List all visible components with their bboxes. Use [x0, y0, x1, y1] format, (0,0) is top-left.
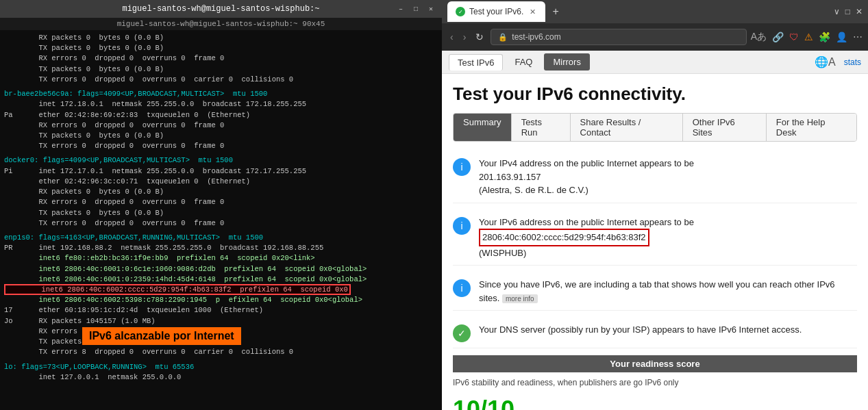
refresh-button[interactable]: ↻ [473, 30, 486, 44]
ipv6-card-text: Your IPv6 address on the public Internet… [479, 216, 694, 260]
website-content: Test IPv6 FAQ Mirrors 🌐A stats Test your… [442, 51, 868, 410]
more-info-badge[interactable]: more info [502, 294, 538, 303]
readiness-header: Your readiness score [453, 355, 857, 372]
ipv6-tab-info-card: i Since you have IPv6, we are including … [453, 272, 857, 311]
browser-toolbar-icons: Aあ 🔗 🛡 ⚠ 🧩 👤 ⋯ [751, 31, 863, 43]
back-button[interactable]: ‹ [447, 30, 456, 44]
ipv4-isp: (Alestra, S. de R.L. de C.V.) [479, 185, 588, 195]
ipv6-card: i Your IPv6 address on the public Intern… [453, 210, 857, 266]
sub-tab-tests-run[interactable]: Tests Run [512, 114, 571, 141]
readiness-score: 10/10 [453, 393, 857, 410]
readiness-body-text: IPv6 stability and readiness, when publi… [453, 372, 857, 393]
browser-addressbar: ‹ › ↻ 🔒 test-ipv6.com Aあ 🔗 🛡 ⚠ 🧩 👤 ⋯ [442, 23, 868, 51]
ipv6-address: 2806:40c:6002:cccc:5d29:954f:4b63:83f2 [479, 229, 649, 246]
ipv6-isp: (WISPHUB) [479, 248, 526, 258]
translate-page-icon[interactable]: 🌐A [815, 55, 836, 68]
info-icon-ipv6: i [453, 217, 471, 235]
site-nav: Test IPv6 FAQ Mirrors 🌐A stats [442, 51, 868, 74]
sub-tab-other-ipv6-sites[interactable]: Other IPv6 Sites [683, 114, 767, 141]
forward-button[interactable]: › [460, 30, 469, 44]
ipv6-label: Your IPv6 address on the public Internet… [479, 217, 694, 227]
url-text: test-ipv6.com [512, 32, 560, 42]
browser-minimize-button[interactable]: ∨ [834, 7, 840, 16]
ipv4-card: i Your IPv4 address on the public Intern… [453, 151, 857, 203]
site-nav-tab-test-ipv6[interactable]: Test IPv6 [449, 54, 503, 71]
terminal-maximize-button[interactable]: □ [410, 3, 421, 14]
ipv6-label: IPv6 alcanzable por Internet [82, 327, 241, 345]
dns-text: Your DNS server (possibly run by your IS… [479, 324, 802, 335]
ipv4-label: Your IPv4 address on the public Internet… [479, 158, 694, 168]
info-icon-tab: i [453, 279, 471, 297]
browser-titlebar: ✓ Test your IPv6. ✕ + ∨ □ ✕ [442, 0, 868, 23]
terminal-titlebar: miguel-santos-wh@miguel-santos-wisphub:~… [0, 0, 442, 18]
terminal-content: RX packets 0 bytes 0 (0.0 B) TX packets … [0, 30, 442, 410]
lock-icon: 🔒 [498, 33, 508, 42]
browser-close-button[interactable]: ✕ [856, 7, 863, 16]
terminal-subtitle: miguel-santos-wh@miguel-santos-wisphub:~… [0, 18, 442, 30]
sub-tab-share-results[interactable]: Share Results / Contact [571, 114, 683, 141]
terminal-minimize-button[interactable]: – [395, 3, 406, 14]
extensions-icon[interactable]: 🧩 [819, 31, 830, 42]
browser-panel: ✓ Test your IPv6. ✕ + ∨ □ ✕ ‹ › ↻ 🔒 test… [442, 0, 868, 410]
terminal-close-button[interactable]: ✕ [425, 3, 436, 14]
settings-icon[interactable]: ⋯ [853, 31, 863, 42]
browser-maximize-button[interactable]: □ [845, 7, 850, 16]
info-icon-ipv4: i [453, 158, 471, 176]
sub-tab-help-desk[interactable]: For the Help Desk [767, 114, 856, 141]
site-nav-tab-faq[interactable]: FAQ [506, 53, 541, 71]
profile-icon[interactable]: 👤 [836, 31, 847, 42]
dns-card-text: Your DNS server (possibly run by your IS… [479, 323, 802, 337]
browser-tab-active[interactable]: ✓ Test your IPv6. ✕ [447, 1, 545, 22]
info-cards: i Your IPv4 address on the public Intern… [453, 151, 857, 348]
warning-icon[interactable]: ⚠ [804, 31, 813, 42]
sub-tab-summary[interactable]: Summary [454, 114, 512, 141]
browser-tab-title: Test your IPv6. [469, 7, 523, 16]
sub-tabs: Summary Tests Run Share Results / Contac… [453, 113, 857, 142]
browser-window-controls: ∨ □ ✕ [834, 7, 863, 16]
terminal-controls: – □ ✕ [395, 3, 436, 14]
dns-card: ✓ Your DNS server (possibly run by your … [453, 318, 857, 348]
new-tab-button[interactable]: + [549, 3, 561, 21]
ipv4-address: 201.163.91.157 [479, 172, 541, 182]
ipv4-card-text: Your IPv4 address on the public Internet… [479, 157, 694, 197]
terminal-title: miguel-santos-wh@miguel-santos-wisphub:~ [122, 4, 319, 14]
info-icon-dns: ✓ [453, 324, 471, 342]
address-bar[interactable]: 🔒 test-ipv6.com [491, 29, 746, 45]
site-main-content: Test your IPv6 connectivity. Summary Tes… [442, 74, 868, 410]
page-title: Test your IPv6 connectivity. [453, 84, 857, 105]
translate-icon[interactable]: Aあ [751, 31, 767, 43]
tab-favicon: ✓ [456, 7, 465, 16]
terminal-panel: miguel-santos-wh@miguel-santos-wisphub:~… [0, 0, 442, 410]
ipv6-tab-info-text: Since you have IPv6, we are including a … [479, 278, 857, 305]
stats-link[interactable]: stats [844, 57, 861, 67]
readiness-section: Your readiness score IPv6 stability and … [453, 355, 857, 410]
tab-close-button[interactable]: ✕ [528, 7, 537, 16]
shield-icon[interactable]: 🛡 [789, 31, 799, 42]
share-icon[interactable]: 🔗 [772, 31, 784, 42]
site-nav-tab-mirrors[interactable]: Mirrors [544, 53, 589, 71]
